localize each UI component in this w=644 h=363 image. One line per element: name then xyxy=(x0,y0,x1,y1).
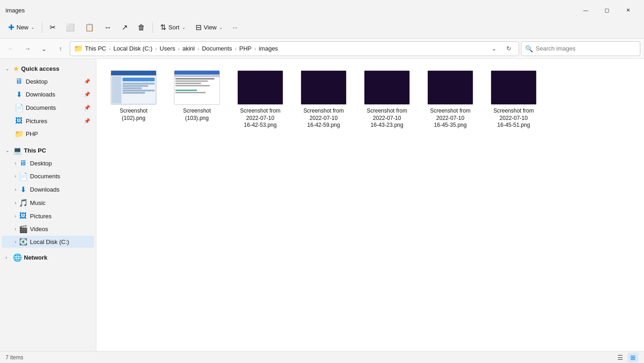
recent-button[interactable]: ⌄ xyxy=(37,42,51,56)
copy-button[interactable]: ⬜ xyxy=(61,19,79,36)
sidebar-item-php-quick[interactable]: 📁 PHP xyxy=(2,127,94,141)
breadcrumb-local-disk[interactable]: Local Disk (C:) xyxy=(113,45,152,52)
cut-button[interactable]: ✂ xyxy=(45,19,60,36)
paste-button[interactable]: 📋 xyxy=(80,19,99,36)
breadcrumb-sep-5: › xyxy=(235,46,237,51)
documents-quick-icon: 📄 xyxy=(15,103,23,112)
share-icon: ↗ xyxy=(122,23,128,32)
main-content: ⌄ ★ Quick access 🖥 Desktop 📌 ⬇ Downloads… xyxy=(0,59,644,351)
breadcrumb-akinl[interactable]: akinl xyxy=(182,45,195,52)
pin-icon: 📌 xyxy=(84,79,90,85)
forward-button[interactable]: → xyxy=(20,42,35,56)
file-thumbnail xyxy=(427,70,473,105)
this-pc-header[interactable]: ⌄ 💻 This PC xyxy=(2,144,94,157)
up-button[interactable]: ↑ xyxy=(53,42,68,56)
sidebar-item-documents-quick[interactable]: 📄 Documents 📌 xyxy=(2,101,94,114)
file-item[interactable]: Screenshot(102).png xyxy=(104,66,163,133)
sidebar-item-downloads-quick[interactable]: ⬇ Downloads 📌 xyxy=(2,88,94,101)
breadcrumb-images[interactable]: images xyxy=(259,45,278,52)
titlebar: images — ▢ ✕ xyxy=(0,0,644,17)
file-name: Screenshot from2022-07-1016-45-35.png xyxy=(430,108,470,129)
maximize-button[interactable]: ▢ xyxy=(596,4,617,17)
cut-icon: ✂ xyxy=(50,23,56,32)
file-name: Screenshot from2022-07-1016-42-59.png xyxy=(303,108,344,129)
sidebar-item-desktop-quick[interactable]: 🖥 Desktop 📌 xyxy=(2,75,94,88)
sidebar-item-downloads[interactable]: › ⬇ Downloads xyxy=(2,183,94,196)
sort-icon: ⇅ xyxy=(160,23,166,32)
folder-icon: 📁 xyxy=(74,44,83,53)
sidebar-item-music[interactable]: › 🎵 Music xyxy=(2,196,94,210)
sidebar-item-pictures-quick[interactable]: 🖼 Pictures 📌 xyxy=(2,114,94,127)
breadcrumb-this-pc[interactable]: This PC xyxy=(85,45,106,52)
file-thumbnail xyxy=(174,70,220,105)
minimize-button[interactable]: — xyxy=(575,4,596,17)
music-expand-icon: › xyxy=(15,200,16,205)
music-icon: 🎵 xyxy=(19,199,27,207)
sidebar-item-videos[interactable]: › 🎬 Videos xyxy=(2,222,94,236)
search-box[interactable]: 🔍 xyxy=(521,41,640,56)
downloads-thispc-icon: ⬇ xyxy=(19,185,27,194)
new-button[interactable]: ✚ New ⌄ xyxy=(4,19,39,36)
window-title: images xyxy=(6,7,25,14)
breadcrumb-php[interactable]: PHP xyxy=(239,45,252,52)
address-box[interactable]: 📁 This PC › Local Disk (C:) › Users › ak… xyxy=(70,41,519,56)
sidebar-item-local-disk[interactable]: › 💽 Local Disk (C:) xyxy=(2,236,94,248)
network-chevron-icon: › xyxy=(6,255,11,260)
view-icon: ⊟ xyxy=(196,23,202,32)
share-button[interactable]: ↗ xyxy=(117,19,132,36)
refresh-button[interactable]: ↻ xyxy=(502,42,515,55)
file-name: Screenshot from2022-07-1016-42-53.png xyxy=(240,108,280,129)
delete-icon: 🗑 xyxy=(138,23,145,32)
downloads-expand-icon: › xyxy=(15,187,16,192)
new-icon: ✚ xyxy=(8,23,14,32)
more-button[interactable]: ··· xyxy=(228,19,242,36)
breadcrumb-sep-6: › xyxy=(254,46,256,51)
rename-button[interactable]: ↔ xyxy=(100,19,116,36)
file-name: Screenshot(102).png xyxy=(120,108,148,122)
file-item[interactable]: Screenshot from2022-07-1016-45-51.png xyxy=(484,66,543,133)
file-grid: Screenshot(102).png xyxy=(104,66,637,133)
search-icon: 🔍 xyxy=(525,45,533,52)
quick-access-header[interactable]: ⌄ ★ Quick access xyxy=(2,62,94,75)
sidebar-item-desktop[interactable]: › 🖥 Desktop xyxy=(2,157,94,170)
new-label: New xyxy=(17,24,28,31)
pictures-thispc-icon: 🖼 xyxy=(19,212,27,220)
local-disk-expand-icon: › xyxy=(15,239,16,244)
sort-button[interactable]: ⇅ Sort ⌄ xyxy=(156,19,190,36)
sidebar-item-pictures[interactable]: › 🖼 Pictures xyxy=(2,210,94,222)
list-view-button[interactable]: ☰ xyxy=(615,352,626,363)
view-chevron: ⌄ xyxy=(219,25,223,30)
network-header[interactable]: › 🌐 Network xyxy=(2,251,94,264)
file-item[interactable]: Screenshot from2022-07-1016-45-35.png xyxy=(420,66,480,133)
file-thumbnail xyxy=(237,70,283,105)
view-label: View xyxy=(204,24,217,31)
search-input[interactable] xyxy=(536,45,636,52)
computer-icon: 💻 xyxy=(13,146,22,155)
sidebar: ⌄ ★ Quick access 🖥 Desktop 📌 ⬇ Downloads… xyxy=(0,59,96,351)
breadcrumb-users[interactable]: Users xyxy=(160,45,175,52)
breadcrumb-documents[interactable]: Documents xyxy=(202,45,232,52)
file-area: Screenshot(102).png xyxy=(96,59,644,351)
videos-icon: 🎬 xyxy=(19,225,27,233)
file-item[interactable]: Screenshot from2022-07-1016-43-23.png xyxy=(357,66,417,133)
back-button[interactable]: ← xyxy=(4,42,18,56)
quick-access-chevron: ⌄ xyxy=(6,66,11,71)
view-button[interactable]: ⊟ View ⌄ xyxy=(191,19,227,36)
pictures-expand-icon: › xyxy=(15,214,16,219)
file-item[interactable]: Screenshot from2022-07-1016-42-53.png xyxy=(230,66,290,133)
close-button[interactable]: ✕ xyxy=(617,4,638,17)
delete-button[interactable]: 🗑 xyxy=(133,19,150,36)
breadcrumb-sep-3: › xyxy=(178,46,180,51)
star-icon: ★ xyxy=(13,64,19,73)
breadcrumb-sep-2: › xyxy=(155,46,157,51)
breadcrumb-dropdown[interactable]: ⌄ xyxy=(487,42,500,55)
pin-icon-downloads: 📌 xyxy=(84,91,90,97)
pin-icon-documents: 📌 xyxy=(84,105,90,111)
file-item[interactable]: Screenshot(103).png xyxy=(167,66,227,133)
file-item[interactable]: Screenshot from2022-07-1016-42-59.png xyxy=(294,66,353,133)
grid-view-button[interactable]: ⊞ xyxy=(627,352,638,363)
copy-icon: ⬜ xyxy=(66,23,75,32)
sort-chevron: ⌄ xyxy=(182,25,185,30)
sidebar-item-documents[interactable]: › 📄 Documents xyxy=(2,170,94,183)
toolbar: ✚ New ⌄ ✂ ⬜ 📋 ↔ ↗ 🗑 ⇅ Sort ⌄ ⊟ View ⌄ ··… xyxy=(0,17,644,39)
